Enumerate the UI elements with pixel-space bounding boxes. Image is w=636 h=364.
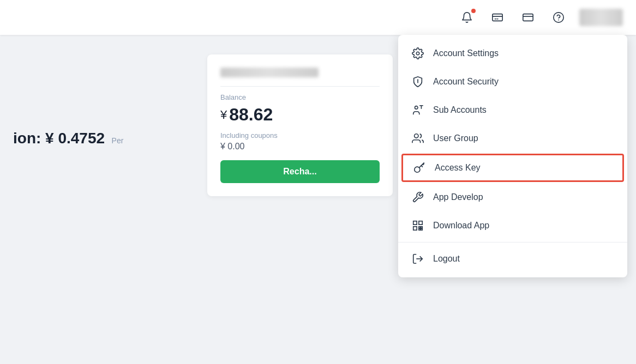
billing-button[interactable] [518,8,538,27]
recharge-button[interactable]: Recha... [220,160,380,183]
balance-label: Balance [220,93,380,101]
coupons-label: Including coupons [220,131,380,139]
qr-icon [411,219,424,232]
balance-amount: ¥ 88.62 [220,105,380,125]
balance-currency: ¥ [220,108,227,122]
svg-rect-20 [421,229,423,230]
menu-divider [398,242,627,242]
svg-rect-4 [523,14,533,21]
help-icon [553,11,565,23]
notification-bell-button[interactable] [457,8,477,27]
menu-label-sub-accounts: Sub Accounts [433,105,487,115]
svg-point-6 [554,13,563,22]
menu-item-sub-accounts[interactable]: Sub Accounts [398,96,627,124]
svg-rect-0 [493,14,502,21]
user-avatar[interactable] [579,9,623,26]
menu-item-account-security[interactable]: Account Security [398,68,627,96]
menu-item-download-app[interactable]: Download App [398,211,627,240]
tool-icon [411,191,424,204]
svg-rect-17 [419,221,422,225]
user-group-icon [411,132,424,145]
menu-item-app-develop[interactable]: App Develop [398,183,627,211]
svg-point-14 [415,134,418,138]
help-button[interactable] [549,8,568,27]
gear-icon [411,47,424,60]
svg-rect-18 [413,227,417,230]
menu-label-account-security: Account Security [433,77,499,87]
left-panel: ion: ¥ 0.4752 Per [0,35,224,364]
key-icon [413,161,426,174]
price-per-label: Per [112,136,124,145]
menu-label-logout: Logout [433,254,460,264]
menu-label-account-settings: Account Settings [433,48,499,58]
account-card: Balance ¥ 88.62 Including coupons ¥ 0.00… [207,54,393,196]
coupon-icon [491,11,503,23]
billing-icon [522,11,534,23]
menu-label-user-group: User Group [433,134,478,143]
coupons-amount: ¥ 0.00 [220,142,380,151]
svg-rect-22 [421,227,423,228]
bell-icon [461,11,473,23]
shield-icon [411,75,424,88]
svg-rect-16 [413,221,417,225]
card-divider [220,86,380,87]
coupon-button[interactable] [488,8,507,27]
user-dropdown-menu: Account Settings Account Security Sub Ac… [398,35,627,277]
menu-label-app-develop: App Develop [433,192,483,202]
sub-accounts-icon [411,104,424,117]
menu-label-download-app: Download App [433,221,489,230]
menu-label-access-key: Access Key [435,163,481,173]
power-icon [411,252,424,265]
account-name-blurred [220,68,319,77]
price-label: ion: ¥ 0.4752 [13,130,105,147]
svg-point-11 [415,106,418,110]
topbar [0,0,636,35]
svg-rect-21 [419,229,421,230]
svg-point-8 [416,52,419,55]
notification-badge [471,9,476,13]
menu-item-logout[interactable]: Logout [398,245,627,273]
menu-item-user-group[interactable]: User Group [398,124,627,153]
svg-rect-19 [419,227,421,228]
menu-item-access-key[interactable]: Access Key [401,154,624,182]
menu-item-account-settings[interactable]: Account Settings [398,39,627,68]
balance-value: 88.62 [229,105,273,125]
